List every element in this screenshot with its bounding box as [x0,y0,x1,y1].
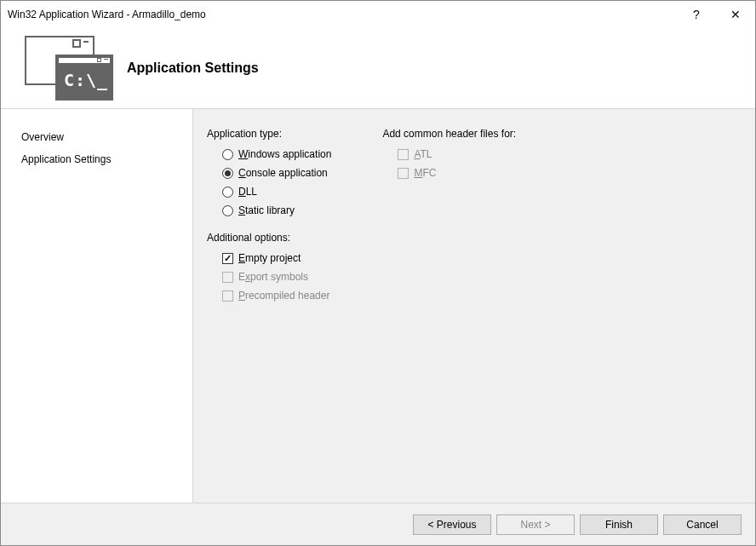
finish-button[interactable]: Finish [580,514,658,535]
radio-label: DLL [238,186,257,198]
radio-dll[interactable]: DLL [207,182,331,201]
console-prompt-icon: C:\_ [64,70,108,90]
previous-button[interactable]: < Previous [413,514,491,535]
left-column: Application type: Windows application Co… [207,126,331,494]
radio-icon [222,187,233,198]
help-button[interactable]: ? [677,1,716,28]
close-button[interactable]: ✕ [716,1,755,28]
main-panel: Application type: Windows application Co… [193,109,755,503]
checkbox-export-symbols: Export symbols [207,267,331,286]
radio-icon [222,168,233,179]
body: Overview Application Settings Applicatio… [1,109,755,503]
wizard-icon: C:\_ [25,36,110,101]
checkbox-precompiled-header: Precompiled header [207,286,331,305]
sidebar: Overview Application Settings [1,109,193,503]
checkbox-label: Precompiled header [238,290,329,302]
checkbox-icon [398,149,409,160]
title-bar: Win32 Application Wizard - Armadillo_dem… [1,1,755,28]
cancel-button[interactable]: Cancel [663,514,742,535]
checkbox-label: Export symbols [238,271,308,283]
radio-icon [222,205,233,216]
additional-options-label: Additional options: [207,232,331,244]
right-column: Add common header files for: ATL MFC [382,126,516,494]
checkbox-icon [222,272,233,283]
checkbox-icon [222,253,233,264]
checkbox-icon [398,168,409,179]
radio-label: Console application [238,167,328,179]
window-title: Win32 Application Wizard - Armadillo_dem… [8,9,677,20]
sidebar-item-overview[interactable]: Overview [1,126,192,148]
app-type-label: Application type: [207,128,331,140]
checkbox-atl: ATL [382,145,516,164]
radio-icon [222,149,233,160]
radio-label: Static library [238,204,295,216]
radio-label: Windows application [238,148,331,160]
checkbox-label: MFC [414,167,436,179]
radio-console-application[interactable]: Console application [207,164,331,182]
footer: < Previous Next > Finish Cancel [1,503,755,545]
radio-windows-application[interactable]: Windows application [207,145,331,164]
radio-static-library[interactable]: Static library [207,201,331,220]
checkbox-empty-project[interactable]: Empty project [207,249,331,267]
next-button: Next > [496,514,575,535]
checkbox-label: ATL [414,148,432,160]
banner-heading: Application Settings [127,60,259,76]
banner: C:\_ Application Settings [1,28,755,109]
header-files-label: Add common header files for: [382,128,516,140]
sidebar-item-application-settings[interactable]: Application Settings [1,148,192,170]
checkbox-icon [222,290,233,302]
checkbox-mfc: MFC [382,164,516,182]
checkbox-label: Empty project [238,252,301,264]
